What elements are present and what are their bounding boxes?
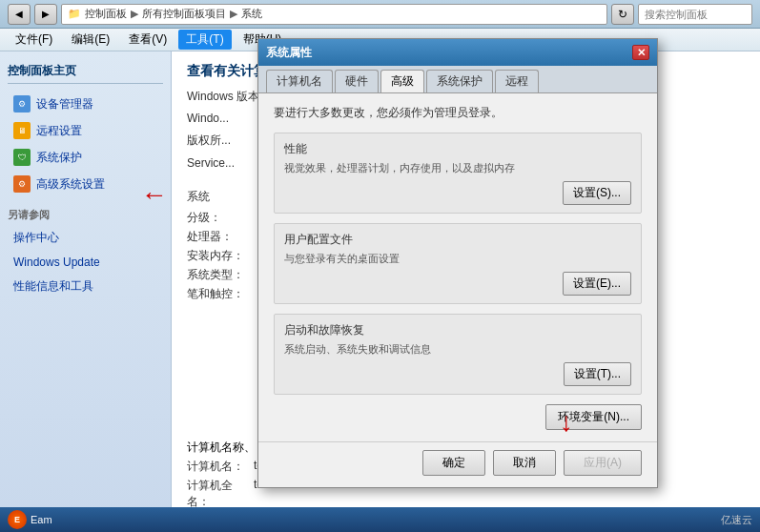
remote-icon: 🖥	[13, 122, 31, 139]
dialog-tabs: 计算机名 硬件 高级 系统保护 远程	[258, 66, 657, 93]
address-part3: 系统	[241, 7, 262, 21]
dialog-content: 要进行大多数更改，您必须作为管理员登录。 性能 视觉效果，处理器计划，内存使用，…	[258, 93, 657, 441]
title-bar: ◀ ▶ 📁 控制面板 ▶ 所有控制面板项目 ▶ 系统 ↻	[0, 0, 760, 29]
dialog-close-button[interactable]: ✕	[632, 45, 649, 60]
user-profiles-title: 用户配置文件	[284, 232, 631, 248]
dialog-title: 系统属性	[266, 45, 312, 61]
sidebar-title: 控制面板主页	[8, 63, 163, 84]
system-protect-icon: 🛡	[13, 149, 31, 166]
rating-label: 分级：	[187, 210, 244, 226]
action-center-label: 操作中心	[13, 230, 59, 246]
apply-button[interactable]: 应用(A)	[564, 450, 642, 476]
startup-settings-button[interactable]: 设置(T)...	[564, 362, 631, 386]
device-manager-icon: ⚙	[13, 95, 31, 113]
folder-icon: 📁	[68, 8, 81, 20]
advanced-icon: ⚙	[13, 175, 31, 193]
separator1: ▶	[131, 8, 138, 20]
performance-settings-button[interactable]: 设置(S)...	[563, 181, 631, 205]
sidebar: 控制面板主页 ⚙ 设备管理器 🖥 远程设置 🛡 系统保护 ⚙ 高级系统设置 另请…	[0, 51, 172, 532]
left-arrow-indicator: →	[141, 181, 168, 212]
dialog-note: 要进行大多数更改，您必须作为管理员登录。	[274, 105, 642, 121]
performance-title: 性能	[284, 141, 631, 157]
tab-system-protect[interactable]: 系统保护	[426, 70, 493, 92]
tab-computer-name[interactable]: 计算机名	[266, 70, 333, 92]
tab-remote[interactable]: 远程	[495, 70, 539, 92]
computer-fullname-label: 计算机全名：	[187, 478, 254, 510]
menu-tools[interactable]: 工具(T)	[178, 30, 231, 50]
sidebar-item-advanced[interactable]: ⚙ 高级系统设置	[8, 172, 163, 196]
cancel-button[interactable]: 取消	[493, 450, 556, 476]
taskbar: E Eam 亿速云	[0, 507, 760, 532]
startup-recovery-desc: 系统启动、系统失败和调试信息	[284, 342, 631, 357]
menu-view[interactable]: 查看(V)	[121, 30, 175, 50]
down-arrow-indicator: ↓	[560, 407, 573, 438]
nav-area: ◀ ▶ 📁 控制面板 ▶ 所有控制面板项目 ▶ 系统 ↻	[8, 4, 752, 25]
memory-label: 安装内存：	[187, 248, 244, 264]
logo-icon: E	[8, 510, 27, 529]
menu-file[interactable]: 文件(F)	[8, 30, 60, 50]
pen-label: 笔和触控：	[187, 286, 244, 302]
sidebar-item-label-remote: 远程设置	[36, 123, 82, 139]
brand-text: 亿速云	[721, 513, 752, 527]
sidebar-item-action-center[interactable]: 操作中心	[8, 226, 163, 250]
startup-recovery-title: 启动和故障恢复	[284, 322, 631, 338]
dialog-footer: 确定 取消 应用(A)	[258, 441, 657, 487]
tab-hardware[interactable]: 硬件	[335, 70, 379, 92]
search-input[interactable]	[638, 4, 752, 25]
performance-label: 性能信息和工具	[13, 278, 93, 295]
also-section-title: 另请参阅	[8, 208, 163, 222]
computer-name-label: 计算机名：	[187, 459, 254, 475]
sidebar-item-device-manager[interactable]: ⚙ 设备管理器	[8, 92, 163, 116]
ok-button[interactable]: 确定	[422, 450, 485, 476]
sidebar-item-label-device: 设备管理器	[36, 96, 93, 113]
back-button[interactable]: ◀	[8, 4, 31, 25]
menu-edit[interactable]: 编辑(E)	[64, 30, 117, 50]
sidebar-item-remote[interactable]: 🖥 远程设置	[8, 118, 163, 143]
user-profiles-section: 用户配置文件 与您登录有关的桌面设置 设置(E)...	[274, 223, 642, 304]
windows-update-label: Windows Update	[13, 256, 100, 269]
address-part1: 控制面板	[85, 7, 127, 21]
taskbar-right: 亿速云	[721, 513, 752, 527]
processor-label: 处理器：	[187, 229, 244, 245]
systype-label: 系统类型：	[187, 267, 244, 283]
user-profiles-settings-button[interactable]: 设置(E)...	[563, 272, 631, 296]
taskbar-left: E Eam	[8, 510, 52, 529]
refresh-button[interactable]: ↻	[611, 4, 634, 25]
tab-advanced[interactable]: 高级	[380, 70, 424, 92]
startup-recovery-section: 启动和故障恢复 系统启动、系统失败和调试信息 设置(T)...	[274, 314, 642, 395]
performance-desc: 视觉效果，处理器计划，内存使用，以及虚拟内存	[284, 161, 631, 175]
separator2: ▶	[230, 8, 237, 20]
sidebar-item-label-advanced: 高级系统设置	[36, 176, 105, 193]
system-properties-dialog: 系统属性 ✕ 计算机名 硬件 高级 系统保护 远程 要进行大多数更改，您必须作为…	[257, 38, 658, 488]
performance-section: 性能 视觉效果，处理器计划，内存使用，以及虚拟内存 设置(S)...	[274, 133, 642, 214]
forward-button[interactable]: ▶	[34, 4, 57, 25]
address-part2: 所有控制面板项目	[142, 7, 226, 21]
sidebar-item-system-protect[interactable]: 🛡 系统保护	[8, 145, 163, 170]
user-profiles-desc: 与您登录有关的桌面设置	[284, 252, 631, 266]
logo-text: Eam	[31, 514, 52, 525]
computer-section-text: 计算机名称、	[187, 440, 256, 456]
sidebar-item-performance[interactable]: 性能信息和工具	[8, 275, 163, 298]
sidebar-item-label-protect: 系统保护	[36, 150, 82, 166]
dialog-title-bar: 系统属性 ✕	[258, 39, 657, 66]
sidebar-item-windows-update[interactable]: Windows Update	[8, 252, 163, 273]
address-bar[interactable]: 📁 控制面板 ▶ 所有控制面板项目 ▶ 系统	[61, 4, 607, 25]
taskbar-logo: E Eam	[8, 510, 52, 529]
